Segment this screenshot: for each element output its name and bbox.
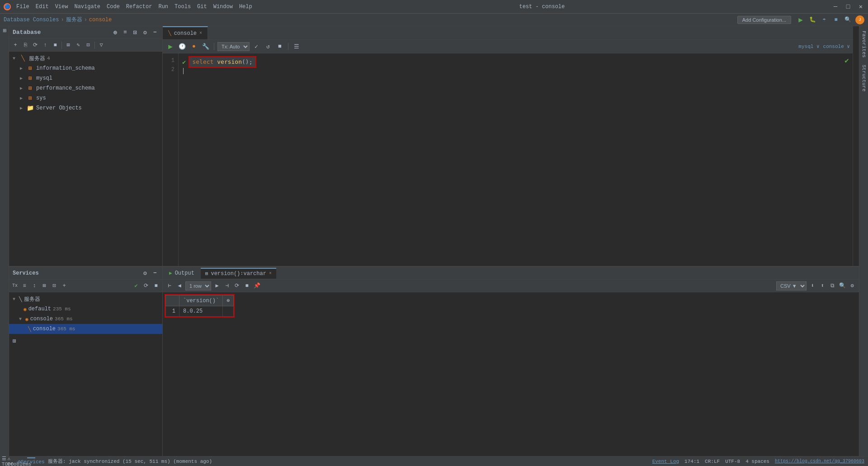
pin-btn[interactable]: 📌 xyxy=(253,282,261,290)
minimize-panel-icon[interactable]: − xyxy=(151,29,159,36)
run-button-top[interactable]: ▶ xyxy=(797,16,805,24)
services-group[interactable]: ⊞ xyxy=(40,281,49,290)
export-format-select[interactable]: CSV ▼ xyxy=(776,281,807,290)
stop-connection-button[interactable]: ■ xyxy=(51,41,60,50)
services-tree-server[interactable]: ▼ ╲ 服务器 xyxy=(9,294,162,304)
results-tab-version[interactable]: ⊞ version()∶varchar × xyxy=(201,268,276,279)
properties-button[interactable]: ↑ xyxy=(41,41,50,50)
add-datasource-button[interactable]: + xyxy=(11,41,20,50)
tree-item-performance[interactable]: ▶ ⊞ performance_schema xyxy=(9,83,162,93)
services-tree-console-child[interactable]: ╲ console 365 ms xyxy=(9,324,162,334)
config-button[interactable]: 🔧 xyxy=(201,42,211,52)
tree-item-mysql[interactable]: ▶ ⊞ mysql xyxy=(9,73,162,83)
search-results-btn[interactable]: 🔍 xyxy=(838,282,846,290)
tree-item-server-objects[interactable]: ▶ 📁 Server Objects xyxy=(9,103,162,113)
event-log-link[interactable]: Event Log xyxy=(652,459,679,464)
coverage-button[interactable]: ☂ xyxy=(820,16,828,24)
cursor xyxy=(183,68,184,74)
next-page-btn[interactable]: ▶ xyxy=(213,282,221,290)
code-content[interactable]: ✔ select version(); xyxy=(179,53,853,266)
structure-button[interactable]: ⊡ xyxy=(84,41,93,50)
results-tab-output[interactable]: ▶ Output xyxy=(165,268,199,279)
menu-view[interactable]: View xyxy=(55,4,68,10)
list-icon[interactable]: ≡ xyxy=(122,29,129,36)
filter-button[interactable]: ▽ xyxy=(97,41,106,50)
database-panel: Database ⊕ ≡ ⊡ ⚙ − + ⎘ ⟳ ↑ xyxy=(9,26,163,266)
table-icon[interactable]: ⊞ xyxy=(64,41,73,50)
menu-navigate[interactable]: Navigate xyxy=(74,4,100,10)
add-configuration-button[interactable]: Add Configuration... xyxy=(737,16,791,24)
edit-button[interactable]: ✎ xyxy=(74,41,83,50)
refresh-button[interactable]: ⟳ xyxy=(31,41,40,50)
menu-help[interactable]: Help xyxy=(239,4,252,10)
globe-icon[interactable]: ⊕ xyxy=(112,29,119,36)
settings-icon[interactable]: ⚙ xyxy=(142,29,149,36)
export-btn[interactable]: ⬇ xyxy=(808,282,816,290)
cancel-button[interactable]: ■ xyxy=(275,42,285,52)
tree-item-sys[interactable]: ▶ ⊞ sys xyxy=(9,93,162,103)
code-editor[interactable]: 1 2 ✔ select version(); xyxy=(163,53,853,266)
history-button[interactable]: 🕐 xyxy=(177,42,187,52)
sep2 xyxy=(288,43,288,50)
menu-tools[interactable]: Tools xyxy=(175,4,191,10)
avatar[interactable]: J xyxy=(855,15,864,24)
status-bar: ☰ TODO ⚠ Problems ⚙ Services 服务器: jack s… xyxy=(0,456,868,466)
menu-edit[interactable]: Edit xyxy=(36,4,49,10)
debug-button[interactable]: 🐛 xyxy=(808,16,816,24)
import-btn[interactable]: ⬆ xyxy=(818,282,826,290)
minimize-button[interactable]: ─ xyxy=(832,3,839,10)
services-tree-console[interactable]: ▼ ◉ console 365 ms xyxy=(9,314,162,324)
tab-close-button[interactable]: × xyxy=(199,31,202,36)
services-add[interactable]: + xyxy=(60,281,69,290)
menu-refactor[interactable]: Refactor xyxy=(126,4,152,10)
menu-code[interactable]: Code xyxy=(107,4,120,10)
tree-item-info-schema[interactable]: ▶ ⊞ information_schema xyxy=(9,63,162,73)
services-detach[interactable]: ⊡ xyxy=(50,281,59,290)
transaction-select[interactable]: Tx: Auto xyxy=(217,42,250,51)
services-cancel[interactable]: ■ xyxy=(151,281,160,290)
breadcrumb-item-3[interactable]: console xyxy=(89,17,112,23)
execute-button[interactable]: ● xyxy=(189,42,199,52)
row-count-select[interactable]: 1 row xyxy=(185,281,211,290)
maximize-button[interactable]: □ xyxy=(844,3,852,10)
table-row[interactable]: 1 8.0.25 xyxy=(166,306,234,317)
tree-root[interactable]: ▼ ╲ 服务器 4 xyxy=(9,53,162,63)
stop-results-btn[interactable]: ■ xyxy=(243,282,251,290)
menu-file[interactable]: File xyxy=(16,4,29,10)
version-tab-close[interactable]: × xyxy=(269,271,272,276)
db-icon[interactable]: ⊞ xyxy=(1,29,8,33)
prev-page-btn[interactable]: ◀ xyxy=(175,282,184,290)
copy-button[interactable]: ⎘ xyxy=(21,41,30,50)
services-collapse-all[interactable]: ≡ xyxy=(20,281,29,290)
menu-git[interactable]: Git xyxy=(197,4,207,10)
minimize-services-icon[interactable]: − xyxy=(151,270,159,277)
services-tab[interactable]: ⚙ Services xyxy=(27,457,35,466)
rollback-button[interactable]: ↺ xyxy=(263,42,273,52)
editor-tab-console[interactable]: ╲ console × xyxy=(163,26,208,39)
settings-icon-services[interactable]: ⚙ xyxy=(142,270,149,277)
breadcrumb-item-1[interactable]: Database Consoles xyxy=(4,17,59,23)
sort-col-header[interactable]: ⊕ xyxy=(223,295,234,306)
breadcrumb-item-2[interactable]: 服务器 xyxy=(66,16,82,24)
services-tree-default[interactable]: ◉ default 235 ms xyxy=(9,304,162,314)
results-settings-btn[interactable]: ⚙ xyxy=(848,282,856,290)
favorites-label[interactable]: Favorites xyxy=(860,29,868,59)
close-button[interactable]: ✕ xyxy=(857,3,864,10)
run-query-button[interactable]: ▶ xyxy=(165,42,175,52)
view-results-button[interactable]: ☰ xyxy=(292,42,302,52)
reload-btn[interactable]: ⟳ xyxy=(233,282,241,290)
services-sort[interactable]: ↕ xyxy=(30,281,39,290)
transpose-btn[interactable]: ⧉ xyxy=(828,282,836,290)
commit-button[interactable]: ✓ xyxy=(251,42,261,52)
first-page-btn[interactable]: ⊢ xyxy=(165,282,174,290)
last-page-btn[interactable]: ⊣ xyxy=(223,282,231,290)
structure-label[interactable]: Structure xyxy=(860,63,868,93)
collapse-icon[interactable]: ⊡ xyxy=(132,29,139,36)
status-url[interactable]: https://blog.csdn.net/qq_37960603 xyxy=(775,459,864,464)
menu-run[interactable]: Run xyxy=(158,4,168,10)
stop-button[interactable]: ■ xyxy=(832,16,840,24)
search-button-top[interactable]: 🔍 xyxy=(844,16,852,24)
menu-window[interactable]: Window xyxy=(213,4,233,10)
services-refresh[interactable]: ⟳ xyxy=(142,281,151,290)
version-label: version()∶varchar xyxy=(211,270,266,277)
